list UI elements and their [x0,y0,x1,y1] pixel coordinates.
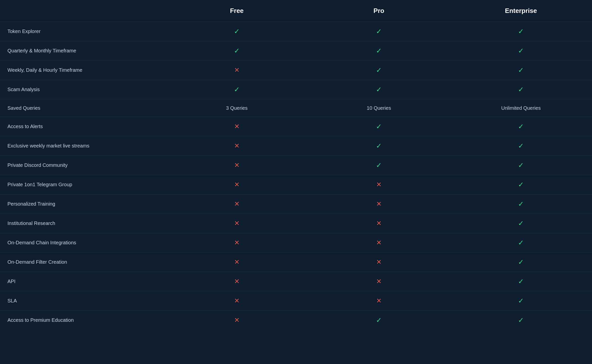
check-icon: ✓ [518,28,524,35]
cross-icon: ✕ [234,161,240,169]
cross-icon: ✕ [234,219,240,227]
free-value: ✕ [166,61,308,80]
header-feature-col [0,0,166,22]
check-icon: ✓ [518,66,524,74]
cross-icon: ✕ [234,66,240,74]
header-pro-col: Pro [308,0,450,22]
pro-value: ✓ [308,22,450,41]
free-value: ✕ [166,117,308,136]
check-icon: ✓ [518,297,524,305]
table-row: On-Demand Filter Creation✕✕✓ [0,253,592,272]
feature-label: On-Demand Filter Creation [0,253,166,272]
pro-value: 10 Queries [308,99,450,117]
check-icon: ✓ [518,278,524,285]
free-value: ✕ [166,194,308,214]
check-icon: ✓ [518,123,524,130]
check-icon: ✓ [234,86,240,93]
pro-value: ✕ [308,233,450,253]
table-row: On-Demand Chain Integrations✕✕✓ [0,233,592,253]
free-value: ✓ [166,22,308,41]
cross-icon: ✕ [376,258,382,266]
check-icon: ✓ [234,28,240,35]
table-row: API✕✕✓ [0,272,592,291]
feature-label: Exclusive weekly market live streams [0,136,166,156]
check-icon: ✓ [518,219,524,227]
check-icon: ✓ [376,142,382,150]
check-icon: ✓ [518,258,524,266]
table-row: Saved Queries3 Queries10 QueriesUnlimite… [0,99,592,117]
header-enterprise-col: Enterprise [450,0,592,22]
cross-icon: ✕ [234,181,240,188]
cross-icon: ✕ [376,200,382,208]
check-icon: ✓ [376,28,382,35]
free-value: ✕ [166,291,308,311]
pro-value: ✕ [308,272,450,291]
check-icon: ✓ [234,47,240,55]
pro-value: ✓ [308,80,450,99]
check-icon: ✓ [376,66,382,74]
table-row: Weekly, Daily & Hourly Timeframe✕✓✓ [0,61,592,80]
free-value: ✕ [166,156,308,175]
cross-icon: ✕ [376,181,382,188]
cross-icon: ✕ [234,142,240,149]
feature-label: Token Explorer [0,22,166,41]
cross-icon: ✕ [234,297,240,304]
pro-value: ✓ [308,311,450,330]
pro-value: ✓ [308,41,450,61]
header-row: Free Pro Enterprise [0,0,592,22]
table-row: Quarterly & Monthly Timeframe✓✓✓ [0,41,592,61]
check-icon: ✓ [518,239,524,247]
feature-label: API [0,272,166,291]
feature-label: On-Demand Chain Integrations [0,233,166,253]
feature-label: Weekly, Daily & Hourly Timeframe [0,61,166,80]
check-icon: ✓ [518,316,524,324]
text-value: 10 Queries [367,105,391,111]
free-value: ✕ [166,253,308,272]
table-row: Private 1on1 Telegram Group✕✕✓ [0,175,592,194]
free-value: ✕ [166,311,308,330]
cross-icon: ✕ [234,316,240,324]
cross-icon: ✕ [234,278,240,285]
enterprise-value: ✓ [450,136,592,156]
pro-value: ✓ [308,136,450,156]
enterprise-value: ✓ [450,117,592,136]
free-value: ✓ [166,41,308,61]
free-value: ✕ [166,233,308,253]
check-icon: ✓ [518,86,524,93]
pro-value: ✕ [308,194,450,214]
text-value: Unlimited Queries [501,105,541,111]
cross-icon: ✕ [234,123,240,130]
table-row: SLA✕✕✓ [0,291,592,311]
check-icon: ✓ [518,47,524,55]
check-icon: ✓ [376,47,382,55]
cross-icon: ✕ [234,200,240,208]
pro-value: ✕ [308,253,450,272]
free-value: ✕ [166,175,308,194]
check-icon: ✓ [376,316,382,324]
feature-label: Saved Queries [0,99,166,117]
enterprise-value: ✓ [450,253,592,272]
cross-icon: ✕ [234,239,240,246]
cross-icon: ✕ [376,297,382,304]
check-icon: ✓ [518,181,524,188]
enterprise-value: ✓ [450,61,592,80]
table-row: Token Explorer✓✓✓ [0,22,592,41]
cross-icon: ✕ [376,219,382,227]
feature-label: Personalized Training [0,194,166,214]
free-value: ✕ [166,214,308,233]
table-row: Access to Alerts✕✓✓ [0,117,592,136]
enterprise-value: ✓ [450,194,592,214]
enterprise-value: Unlimited Queries [450,99,592,117]
pro-value: ✕ [308,291,450,311]
text-value: 3 Queries [226,105,248,111]
feature-label: Private Discord Community [0,156,166,175]
cross-icon: ✕ [376,239,382,246]
check-icon: ✓ [518,161,524,169]
header-free-col: Free [166,0,308,22]
check-icon: ✓ [376,123,382,130]
table-row: Scam Analysis✓✓✓ [0,80,592,99]
feature-label: Scam Analysis [0,80,166,99]
enterprise-value: ✓ [450,80,592,99]
pro-value: ✕ [308,175,450,194]
table-row: Institutional Research✕✕✓ [0,214,592,233]
